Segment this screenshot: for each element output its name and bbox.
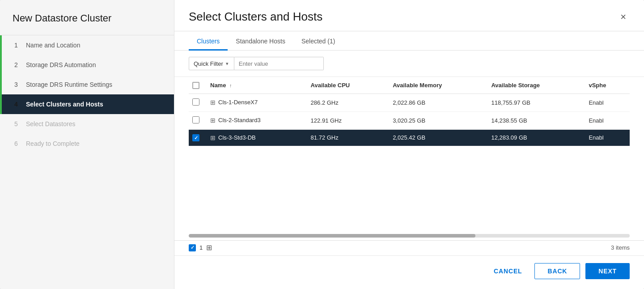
- next-button[interactable]: NEXT: [585, 263, 630, 279]
- row-checkbox[interactable]: [192, 116, 199, 123]
- page-title: Select Clusters and Hosts: [189, 10, 322, 24]
- filter-row: Quick Filter ▾: [174, 51, 644, 77]
- tab-clusters[interactable]: Clusters: [189, 31, 228, 51]
- sort-arrow-icon: ↑: [229, 83, 232, 88]
- row-storage: 118,755.97 GB: [486, 94, 583, 111]
- step-num: 1: [14, 42, 21, 49]
- col-storage[interactable]: Available Storage: [486, 77, 583, 94]
- selected-indicator: [189, 244, 196, 251]
- table-header-row: Name ↑ Available CPU Available Memory Av…: [189, 77, 630, 94]
- footer-item-count: 3 items: [212, 244, 630, 251]
- chevron-down-icon: ▾: [226, 61, 229, 67]
- sidebar: New Datastore Cluster 1Name and Location…: [0, 0, 174, 289]
- header-checkbox[interactable]: [192, 82, 199, 89]
- row-checkbox-cell[interactable]: [189, 94, 205, 111]
- tabs-bar: ClustersStandalone HostsSelected (1): [174, 31, 644, 51]
- step-label: Select Datastores: [26, 120, 76, 128]
- row-cpu: 122.91 GHz: [305, 111, 388, 129]
- cluster-icon: ⊞: [210, 134, 216, 141]
- footer-bar: 1 ⊞ 3 items: [174, 240, 644, 255]
- row-vsphere: Enabl: [583, 111, 630, 129]
- scroll-track[interactable]: [189, 234, 630, 238]
- sidebar-step-5: 5Select Datastores: [0, 114, 174, 134]
- row-vsphere: Enabl: [583, 129, 630, 146]
- tab-selected[interactable]: Selected (1): [293, 31, 343, 51]
- col-name-label: Name: [210, 82, 226, 89]
- table-body: ⊞Cls-1-DenseX7286.2 GHz2,022.86 GB118,75…: [189, 94, 630, 146]
- row-name: ⊞Cls-3-Std3-DB: [205, 129, 305, 146]
- col-name[interactable]: Name ↑: [205, 77, 305, 94]
- table-row[interactable]: ⊞Cls-2-Standard3122.91 GHz3,020.25 GB14,…: [189, 111, 630, 129]
- row-checkbox[interactable]: [192, 98, 199, 106]
- sidebar-step-2[interactable]: 2Storage DRS Automation: [0, 55, 174, 75]
- row-checkbox-cell[interactable]: [189, 129, 205, 146]
- main-content: Select Clusters and Hosts × ClustersStan…: [174, 0, 644, 289]
- step-num: 3: [14, 81, 21, 88]
- sidebar-step-1[interactable]: 1Name and Location: [0, 35, 174, 55]
- col-memory[interactable]: Available Memory: [387, 77, 486, 94]
- row-vsphere: Enabl: [583, 94, 630, 111]
- step-label: Select Clusters and Hosts: [26, 101, 103, 108]
- row-checkbox-cell[interactable]: [189, 111, 205, 129]
- step-num: 2: [14, 61, 21, 68]
- quick-filter-button[interactable]: Quick Filter ▾: [189, 57, 234, 70]
- sidebar-steps: 1Name and Location2Storage DRS Automatio…: [0, 35, 174, 153]
- cancel-button[interactable]: CANCEL: [487, 264, 529, 279]
- scroll-thumb[interactable]: [189, 234, 475, 238]
- footer-selected: 1 ⊞: [189, 243, 212, 252]
- row-memory: 2,025.42 GB: [387, 129, 486, 146]
- step-label: Storage DRS Automation: [26, 61, 96, 68]
- col-cpu[interactable]: Available CPU: [305, 77, 388, 94]
- step-num: 6: [14, 140, 21, 147]
- col-vsphere[interactable]: vSphe: [583, 77, 630, 94]
- main-header: Select Clusters and Hosts ×: [174, 0, 644, 31]
- row-checkbox-checked[interactable]: [192, 134, 199, 141]
- step-label: Ready to Complete: [26, 140, 80, 147]
- row-memory: 3,020.25 GB: [387, 111, 486, 129]
- sidebar-step-3[interactable]: 3Storage DRS Runtime Settings: [0, 75, 174, 94]
- scroll-bar-area: [174, 231, 644, 240]
- row-storage: 14,238.55 GB: [486, 111, 583, 129]
- row-cpu: 81.72 GHz: [305, 129, 388, 146]
- col-storage-label: Available Storage: [491, 82, 540, 89]
- row-name: ⊞Cls-1-DenseX7: [205, 94, 305, 111]
- column-settings-icon[interactable]: ⊞: [206, 243, 212, 252]
- cluster-icon: ⊞: [210, 99, 216, 106]
- step-label: Name and Location: [26, 42, 80, 49]
- back-button[interactable]: BACK: [534, 263, 580, 279]
- quick-filter-label: Quick Filter: [194, 60, 223, 67]
- filter-input[interactable]: [234, 57, 324, 70]
- action-bar: CANCEL BACK NEXT: [174, 255, 644, 289]
- row-memory: 2,022.86 GB: [387, 94, 486, 111]
- selected-count: 1: [199, 244, 203, 251]
- sidebar-title: New Datastore Cluster: [0, 0, 174, 35]
- table-container: Name ↑ Available CPU Available Memory Av…: [174, 77, 644, 231]
- row-cpu: 286.2 GHz: [305, 94, 388, 111]
- row-name: ⊞Cls-2-Standard3: [205, 111, 305, 129]
- col-vsphere-label: vSphe: [589, 82, 606, 89]
- close-button[interactable]: ×: [617, 10, 630, 24]
- col-memory-label: Available Memory: [393, 82, 442, 89]
- table-row[interactable]: ⊞Cls-1-DenseX7286.2 GHz2,022.86 GB118,75…: [189, 94, 630, 111]
- step-num: 4: [14, 101, 21, 108]
- sidebar-step-4[interactable]: 4Select Clusters and Hosts: [0, 94, 174, 114]
- dialog: New Datastore Cluster 1Name and Location…: [0, 0, 644, 289]
- tab-standalone-hosts[interactable]: Standalone Hosts: [228, 31, 293, 51]
- cluster-icon: ⊞: [210, 117, 216, 124]
- table-row[interactable]: ⊞Cls-3-Std3-DB81.72 GHz2,025.42 GB12,283…: [189, 129, 630, 146]
- col-cpu-label: Available CPU: [311, 82, 350, 89]
- row-storage: 12,283.09 GB: [486, 129, 583, 146]
- sidebar-step-6: 6Ready to Complete: [0, 134, 174, 153]
- step-label: Storage DRS Runtime Settings: [26, 81, 112, 88]
- select-all-header[interactable]: [189, 77, 205, 94]
- step-num: 5: [14, 120, 21, 128]
- clusters-table: Name ↑ Available CPU Available Memory Av…: [189, 77, 630, 146]
